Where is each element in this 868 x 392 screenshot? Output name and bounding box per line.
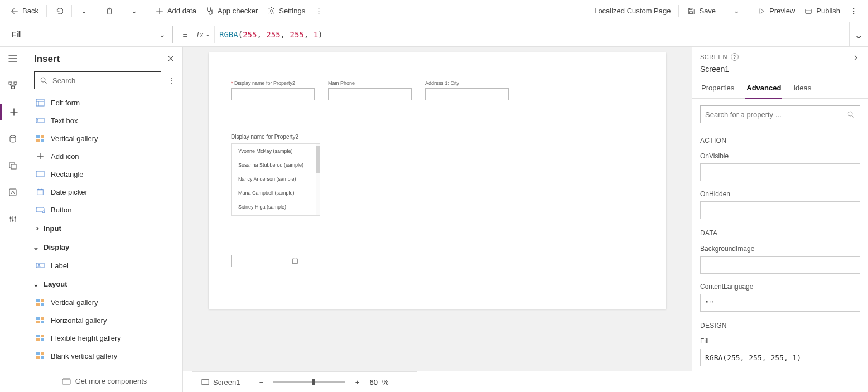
prop-onvisible-input[interactable]: [700, 163, 860, 181]
zoom-thumb[interactable]: [312, 379, 315, 385]
category-input[interactable]: ⌄ Input: [26, 219, 182, 238]
close-panel[interactable]: [167, 55, 175, 64]
svg-point-3: [270, 9, 272, 12]
gallery-scrollbar-thumb[interactable]: [316, 146, 320, 173]
gallery-icon: [35, 351, 45, 361]
paste-button[interactable]: [102, 4, 117, 18]
gallery-item[interactable]: Maria Campbell (sample): [232, 186, 320, 200]
undo-dropdown[interactable]: ⌄: [76, 4, 92, 18]
formula-text[interactable]: RGBA(255, 255, 255, 1): [215, 28, 849, 41]
tab-ideas[interactable]: Ideas: [792, 80, 812, 98]
category-layout[interactable]: ⌄ Layout: [26, 274, 182, 293]
insert-item-label: Rectangle: [51, 170, 84, 178]
insert-item[interactable]: Text box: [26, 112, 182, 129]
rail-media[interactable]: [0, 157, 26, 174]
svg-point-17: [41, 78, 45, 82]
fx-button[interactable]: fx⌄: [192, 26, 215, 43]
prop-contentlanguage-input[interactable]: "": [700, 294, 860, 312]
get-more-components[interactable]: Get more components: [26, 370, 182, 392]
formula-input-wrap[interactable]: fx⌄ RGBA(255, 255, 255, 1): [192, 26, 849, 43]
prop-fill-input[interactable]: RGBA(255, 255, 255, 1): [700, 349, 860, 366]
chevron-right-icon[interactable]: ›: [851, 52, 860, 61]
zoom-slider[interactable]: [273, 381, 345, 383]
insert-item[interactable]: Label: [26, 257, 182, 274]
top-command-bar: Back ⌄ ⌄ Add data: [0, 0, 868, 22]
insert-item-label: Horizontal gallery: [51, 316, 107, 325]
section-action: ACTION: [700, 132, 860, 149]
save-button[interactable]: Save: [683, 4, 719, 18]
insert-list[interactable]: Edit formText boxVertical galleryAdd ico…: [26, 94, 182, 370]
gear-icon: [267, 7, 276, 16]
fit-screen[interactable]: [393, 375, 408, 389]
property-selector[interactable]: Fill ⌄: [6, 26, 173, 43]
field-input[interactable]: [328, 88, 412, 100]
insert-item[interactable]: Edit form: [26, 94, 182, 112]
insert-item[interactable]: Date picker: [26, 183, 182, 201]
svg-rect-29: [36, 299, 40, 302]
property-search-input[interactable]: [705, 110, 846, 119]
svg-rect-20: [36, 135, 40, 138]
svg-rect-5: [690, 8, 692, 9]
chevron-down-icon: ⌄: [855, 30, 864, 39]
zoom-out[interactable]: −: [253, 375, 269, 389]
gallery-item[interactable]: Yvonne McKay (sample): [232, 144, 320, 158]
insert-item[interactable]: Add icon: [26, 147, 182, 165]
prop-bgimage-input[interactable]: [700, 256, 860, 274]
field-input[interactable]: [231, 88, 315, 100]
insert-search[interactable]: [34, 71, 161, 89]
app-checker-button[interactable]: App checker: [202, 4, 261, 18]
rail-variables[interactable]: [0, 184, 26, 201]
back-button[interactable]: Back: [7, 4, 42, 18]
insert-item[interactable]: Vertical gallery: [26, 293, 182, 311]
field-input[interactable]: [425, 88, 509, 100]
insert-item[interactable]: Blank horizontal gallery: [26, 365, 182, 370]
rail-data[interactable]: [0, 130, 26, 147]
status-screen[interactable]: Screen1: [201, 378, 240, 386]
settings-button[interactable]: Settings: [263, 4, 308, 18]
insert-item[interactable]: Blank vertical gallery: [26, 347, 182, 365]
insert-search-input[interactable]: [52, 76, 156, 85]
undo-button[interactable]: [51, 4, 67, 18]
insert-item[interactable]: Rectangle: [26, 165, 182, 183]
add-data-button[interactable]: Add data: [152, 4, 200, 18]
zoom-in[interactable]: +: [349, 375, 365, 389]
insert-item-label: Flexible height gallery: [51, 334, 121, 342]
insert-item[interactable]: Vertical gallery: [26, 129, 182, 147]
info-icon[interactable]: ?: [731, 53, 739, 61]
prop-onhidden-input[interactable]: [700, 201, 860, 219]
save-dropdown[interactable]: ⌄: [729, 4, 744, 18]
tab-properties[interactable]: Properties: [700, 80, 735, 98]
svg-rect-32: [41, 303, 44, 306]
paste-dropdown[interactable]: ⌄: [127, 4, 142, 18]
gallery-item[interactable]: Nancy Anderson (sample): [232, 172, 320, 186]
overflow-right[interactable]: ⋮: [846, 4, 861, 18]
category-display[interactable]: ⌄ Display: [26, 238, 182, 257]
preview-button[interactable]: Preview: [754, 4, 798, 18]
canvas-screen[interactable]: * Display name for Property2Main PhoneAd…: [209, 52, 666, 309]
tab-advanced[interactable]: Advanced: [745, 80, 782, 99]
svg-rect-39: [36, 338, 40, 341]
gallery-item[interactable]: Sidney Higa (sample): [232, 200, 320, 214]
rail-hamburger[interactable]: [0, 50, 26, 67]
insert-item[interactable]: Horizontal gallery: [26, 311, 182, 329]
rail-tools[interactable]: [0, 211, 26, 228]
rail-tree-view[interactable]: [0, 77, 26, 94]
field-label: * Display name for Property2: [231, 80, 315, 86]
insert-item[interactable]: Flexible height gallery: [26, 329, 182, 347]
property-search[interactable]: [700, 105, 860, 123]
svg-rect-22: [36, 139, 40, 142]
publish-button[interactable]: Publish: [801, 4, 843, 18]
formula-expand[interactable]: ⌄: [849, 22, 868, 47]
insert-title: Insert: [34, 54, 60, 65]
insert-more-menu[interactable]: ⋮: [166, 76, 177, 85]
gallery-item[interactable]: Susanna Stubberod (sample): [232, 158, 320, 172]
canvas-gallery[interactable]: Yvonne McKay (sample)Susanna Stubberod (…: [231, 143, 320, 216]
insert-item[interactable]: Button: [26, 201, 182, 219]
overflow-menu[interactable]: ⋮: [311, 4, 326, 18]
svg-rect-13: [9, 189, 16, 196]
chevron-down-icon: ⌄: [205, 31, 210, 37]
app-checker-label: App checker: [218, 7, 258, 15]
canvas-datepicker[interactable]: [231, 255, 303, 267]
chevron-down-icon: ⌄: [732, 7, 741, 16]
rail-insert[interactable]: [0, 104, 26, 120]
